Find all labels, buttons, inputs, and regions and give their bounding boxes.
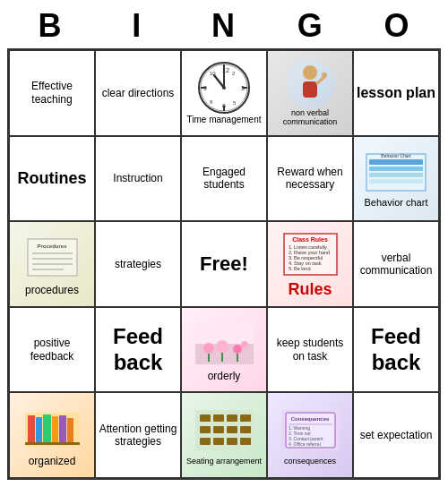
cell-r3c2[interactable]: orderly xyxy=(181,307,267,393)
cell-r0c2[interactable]: 12 3 6 9 2 10 8 5 Time management xyxy=(181,50,267,136)
cell-r3c4[interactable]: Feed back xyxy=(353,307,439,393)
svg-point-45 xyxy=(241,341,248,348)
svg-rect-41 xyxy=(195,321,254,344)
seating-label: Seating arrangement xyxy=(186,457,262,466)
svg-rect-68 xyxy=(227,438,237,445)
svg-text:Consequences: Consequences xyxy=(290,416,329,422)
svg-rect-66 xyxy=(200,438,211,445)
orderly-label: orderly xyxy=(208,370,241,382)
bingo-grid: Effective teaching clear directions 12 3… xyxy=(7,48,441,480)
cell-r0c0[interactable]: Effective teaching xyxy=(9,50,95,136)
orderly-image xyxy=(184,317,264,369)
consequences-image: Consequences 1. Warning 2. Time out 3. C… xyxy=(270,405,350,457)
cell-r1c3[interactable]: Reward when necessary xyxy=(267,136,353,222)
svg-text:12: 12 xyxy=(222,67,229,73)
svg-text:5. Be kind: 5. Be kind xyxy=(289,266,310,271)
svg-line-19 xyxy=(317,77,324,83)
cell-r4c1[interactable]: Attention getting strategies xyxy=(95,392,181,478)
svg-rect-69 xyxy=(240,438,251,445)
svg-text:3: 3 xyxy=(241,85,245,91)
cell-r4c3[interactable]: Consequences 1. Warning 2. Time out 3. C… xyxy=(267,392,353,478)
svg-point-16 xyxy=(222,86,226,90)
letter-g: G xyxy=(267,7,354,45)
free-label: Free! xyxy=(200,252,248,276)
cell-r1c0[interactable]: Routines xyxy=(9,136,95,222)
letter-i: I xyxy=(94,7,181,45)
svg-rect-63 xyxy=(213,426,224,433)
svg-text:Procedures: Procedures xyxy=(37,244,67,249)
cell-r0c4[interactable]: lesson plan xyxy=(353,50,439,136)
svg-text:6: 6 xyxy=(222,103,226,109)
cell-r1c1[interactable]: Instruction xyxy=(95,136,181,222)
cell-r1c2[interactable]: Engaged students xyxy=(181,136,267,222)
svg-rect-22 xyxy=(369,159,423,165)
cell-r2c1[interactable]: strategies xyxy=(95,221,181,307)
rules-label: Rules xyxy=(288,280,332,300)
svg-rect-56 xyxy=(25,442,80,445)
letter-n: N xyxy=(181,7,268,45)
procedures-image: Procedures xyxy=(12,232,92,284)
cell-r0c1[interactable]: clear directions xyxy=(95,50,181,136)
svg-rect-54 xyxy=(59,415,66,442)
time-management-label: Time management xyxy=(187,115,262,125)
procedures-label: procedures xyxy=(25,284,79,296)
svg-point-43 xyxy=(216,340,228,353)
cell-r3c1[interactable]: Feed back xyxy=(95,307,181,393)
svg-rect-65 xyxy=(240,426,251,433)
rules-image: Class Rules 1. Listen carefully 2. Raise… xyxy=(270,228,350,280)
svg-rect-61 xyxy=(240,414,251,422)
cell-r3c3[interactable]: keep students on task xyxy=(267,307,353,393)
svg-rect-55 xyxy=(67,418,73,442)
svg-rect-59 xyxy=(213,414,224,422)
svg-rect-23 xyxy=(369,167,423,171)
svg-rect-24 xyxy=(369,173,423,177)
person-gesture-icon xyxy=(290,64,331,104)
letter-b: B xyxy=(7,7,94,45)
svg-text:9: 9 xyxy=(203,85,207,91)
cell-r2c4[interactable]: verbal communication xyxy=(353,221,439,307)
svg-rect-50 xyxy=(28,415,35,442)
svg-rect-62 xyxy=(200,426,211,433)
organized-label: organized xyxy=(29,455,76,467)
behavior-chart-image: Behavior Chart xyxy=(356,149,436,197)
svg-point-42 xyxy=(203,343,214,354)
svg-rect-58 xyxy=(200,414,211,422)
behavior-label: Behavior chart xyxy=(365,197,428,209)
organized-image xyxy=(12,403,92,455)
svg-rect-64 xyxy=(227,426,237,433)
svg-text:Behavior Chart: Behavior Chart xyxy=(381,153,411,158)
letter-o: O xyxy=(354,7,441,45)
svg-text:Class Rules: Class Rules xyxy=(292,236,328,243)
cell-r1c4[interactable]: Behavior Chart Behavior chart xyxy=(353,136,439,222)
nonverbal-label: non verbal communication xyxy=(270,108,350,128)
cell-r4c2[interactable]: Seating arrangement xyxy=(181,392,267,478)
svg-rect-25 xyxy=(369,179,423,184)
consequences-label: consequences xyxy=(284,457,336,466)
nonverbal-image xyxy=(286,59,335,108)
cell-r4c4[interactable]: set expectation xyxy=(353,392,439,478)
cell-r2c3[interactable]: Class Rules 1. Listen carefully 2. Raise… xyxy=(267,221,353,307)
svg-rect-53 xyxy=(52,416,58,442)
cell-r3c0[interactable]: positive feedback xyxy=(9,307,95,393)
svg-rect-67 xyxy=(213,438,224,445)
cell-r4c0[interactable]: organized xyxy=(9,392,95,478)
svg-point-20 xyxy=(322,73,327,78)
svg-rect-52 xyxy=(43,414,51,442)
svg-point-17 xyxy=(303,65,317,80)
svg-rect-51 xyxy=(36,417,42,442)
svg-text:4. Office referral: 4. Office referral xyxy=(289,441,321,447)
svg-rect-60 xyxy=(227,414,237,422)
svg-point-44 xyxy=(233,345,242,354)
svg-text:10: 10 xyxy=(210,71,216,76)
clock-icon: 12 3 6 9 2 10 8 5 xyxy=(197,61,251,115)
svg-rect-18 xyxy=(303,81,317,98)
cell-r0c3[interactable]: non verbal communication xyxy=(267,50,353,136)
cell-r2c0[interactable]: Procedures procedures xyxy=(9,221,95,307)
cell-free[interactable]: Free! xyxy=(181,221,267,307)
bingo-title: B I N G O xyxy=(7,7,441,45)
seating-image xyxy=(184,405,264,457)
